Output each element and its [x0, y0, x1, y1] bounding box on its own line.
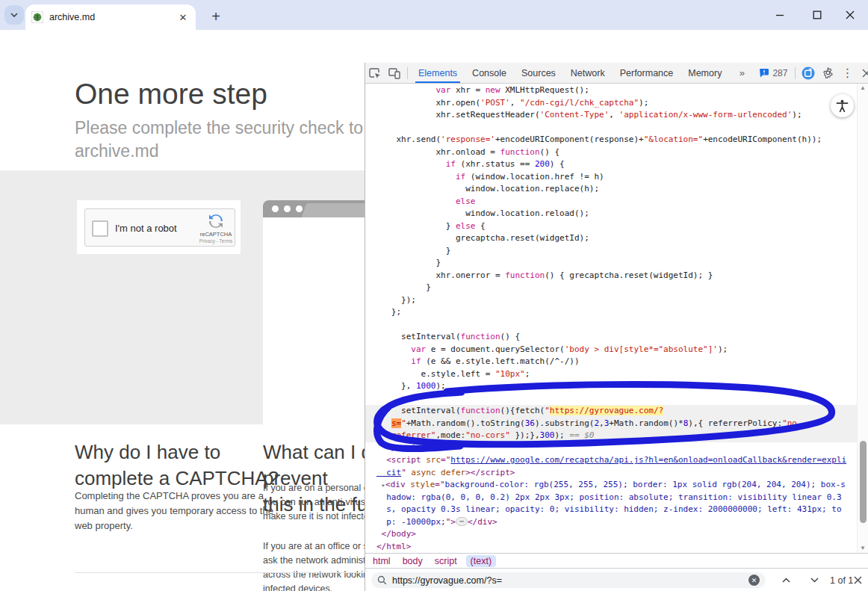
elements-tree[interactable]: var xhr = new XMLHttpRequest(); xhr.open… [365, 84, 857, 553]
text-line: Completing the CAPTCHA proves you are a [75, 489, 273, 504]
issues-count: 287 [772, 68, 787, 78]
browser-mockup-titlebar [263, 200, 375, 217]
code-line[interactable]: referrer",mode:"no-cors" });},300); == $… [365, 430, 857, 442]
code-line[interactable]: xhr.send('response='+encodeURIComponent(… [376, 134, 857, 146]
why-captcha-text: Completing the CAPTCHA proves you are ah… [75, 489, 273, 533]
clear-search-icon[interactable]: ✕ [748, 575, 760, 586]
extension-icon[interactable] [799, 64, 818, 83]
issues-bubble-icon [759, 68, 769, 78]
why-captcha-heading: Why do I have tocomplete a CAPTCHA? [75, 439, 279, 492]
code-line[interactable]: </script> [376, 442, 857, 455]
browser-mockup-body [263, 217, 375, 424]
devtools-menu-icon[interactable]: ⋮ [837, 64, 857, 83]
code-line[interactable]: var xhr = new XMLHttpRequest(); [376, 84, 857, 97]
breadcrumb-item[interactable]: (text) [466, 555, 496, 567]
window-minimize-button[interactable] [772, 7, 787, 22]
code-line[interactable]: if (e && e.style.left.match(/^-/)) [376, 356, 857, 368]
code-line[interactable]: if (xhr.status == 200) { [376, 158, 857, 171]
close-search-icon[interactable] [849, 572, 866, 588]
tab-strip: archive.md ✕ + [0, 0, 868, 30]
previous-match-button[interactable] [778, 572, 794, 588]
more-tabs-icon[interactable]: » [729, 64, 754, 83]
devtools-toolbar: ElementsConsoleSourcesNetworkPerformance… [365, 63, 868, 84]
code-line[interactable]: <script src="https://www.google.com/reca… [376, 454, 857, 467]
recaptcha-privacy-terms[interactable]: Privacy - Terms [199, 238, 233, 244]
devtools-tab-network[interactable]: Network [563, 63, 613, 83]
code-line[interactable]: else [376, 196, 857, 208]
devtools-tab-console[interactable]: Console [465, 63, 514, 83]
tab-title: archive.md [49, 12, 176, 22]
recaptcha-label: I'm not a robot [115, 223, 177, 234]
devtools-panel: ElementsConsoleSourcesNetworkPerformance… [365, 63, 868, 591]
devtools-tab-performance[interactable]: Performance [613, 63, 681, 83]
text-line: complete a CAPTCHA? [75, 465, 279, 492]
code-line[interactable] [376, 122, 857, 134]
code-line[interactable]: } [376, 245, 857, 258]
devtools-tab-elements[interactable]: Elements [411, 63, 465, 83]
code-line[interactable]: }); [376, 294, 857, 307]
devtools-tabs: ElementsConsoleSourcesNetworkPerformance… [411, 63, 729, 83]
code-line[interactable]: xhr.open('POST', "/cdn-cgi/l/chk_captcha… [376, 97, 857, 110]
scroll-up-arrow[interactable]: ▲ [858, 84, 868, 93]
settings-gear-icon[interactable] [818, 64, 837, 83]
code-line[interactable] [376, 319, 857, 332]
breadcrumb-item[interactable]: body [403, 556, 423, 566]
code-line[interactable]: setInterval(function(){fetch("https://gy… [365, 405, 857, 418]
mockup-dot [296, 205, 303, 212]
accessibility-overlay-button[interactable] [831, 94, 854, 117]
code-line[interactable]: xhr.setRequestHeader('Content-Type', 'ap… [376, 109, 857, 122]
issues-button[interactable]: 287 [754, 68, 792, 78]
code-line[interactable]: }, 1000); [376, 380, 857, 393]
code-line[interactable]: }; [376, 306, 857, 319]
breadcrumb-item[interactable]: html [373, 556, 391, 566]
code-line[interactable]: s, opacity 0.3s linear; opacity: 0; visi… [376, 504, 857, 516]
code-line[interactable]: } [376, 282, 857, 294]
code-line[interactable]: } [376, 257, 857, 270]
code-line[interactable]: s="+Math.random().toString(36).substring… [365, 418, 857, 430]
code-line[interactable]: </html> [376, 541, 857, 554]
new-tab-button[interactable]: + [206, 7, 226, 26]
code-line[interactable]: </body> [376, 528, 857, 541]
code-line[interactable]: cit" async defer></script> [376, 467, 857, 480]
search-input[interactable]: https://gyrovague.com/?s= ✕ [371, 572, 766, 588]
breadcrumb-item[interactable]: script [435, 556, 457, 566]
code-line[interactable]: e.style.left = "10px"; [376, 368, 857, 381]
code-line[interactable]: xhr.onerror = function() { grecaptcha.re… [376, 270, 857, 282]
code-line[interactable]: grecaptcha.reset(widgetId); [376, 232, 857, 245]
captcha-card: I'm not a robot reCAPTCHA Privacy - Term… [77, 200, 241, 254]
code-line[interactable]: if (window.location.href != h) [376, 171, 857, 184]
inspect-element-icon[interactable] [365, 64, 385, 83]
scrollbar-thumb[interactable] [860, 441, 867, 523]
code-line[interactable]: } else { [376, 220, 857, 233]
recaptcha-widget: I'm not a robot reCAPTCHA Privacy - Term… [84, 208, 235, 247]
code-line[interactable]: hadow: rgba(0, 0, 0, 0.2) 2px 2px 3px; p… [376, 492, 857, 504]
code-line[interactable] [376, 393, 857, 406]
scroll-down-arrow[interactable]: ▼ [858, 544, 868, 553]
browser-tab[interactable]: archive.md ✕ [25, 4, 196, 30]
recaptcha-logo-icon [207, 212, 225, 230]
text-line: web property. [75, 519, 273, 533]
code-line[interactable]: var e = document.querySelector('body > d… [376, 344, 857, 356]
code-line[interactable]: window.location.reload(); [376, 208, 857, 220]
chevron-down-icon [10, 13, 18, 17]
search-query[interactable]: https://gyrovague.com/?s= [392, 575, 743, 586]
tab-close-icon[interactable]: ✕ [176, 10, 190, 24]
devtools-search-bar: https://gyrovague.com/?s= ✕ 1 of 1 [365, 568, 868, 591]
recaptcha-brand-block: reCAPTCHA Privacy - Terms [199, 212, 233, 244]
code-line[interactable]: xhr.onload = function() { [376, 146, 857, 159]
text-line: Why do I have to [75, 439, 279, 465]
recaptcha-checkbox[interactable] [92, 220, 108, 237]
code-line[interactable]: ▸<div style="background-color: rgb(255, … [376, 479, 857, 492]
code-line[interactable]: p: -10000px;">⋯</div> [376, 516, 857, 529]
code-line[interactable]: window.location.replace(h); [376, 183, 857, 196]
devtools-close-icon[interactable] [857, 64, 868, 83]
tab-search-button[interactable] [4, 5, 24, 25]
next-match-button[interactable] [806, 572, 822, 588]
window-maximize-button[interactable] [810, 7, 825, 22]
devtools-tab-sources[interactable]: Sources [514, 63, 563, 83]
window-close-button[interactable] [843, 7, 858, 22]
code-line[interactable]: setInterval(function() { [376, 331, 857, 344]
device-toolbar-icon[interactable] [385, 64, 404, 83]
devtools-tab-memory[interactable]: Memory [681, 63, 729, 83]
devtools-scrollbar[interactable]: ▲ ▼ [857, 84, 868, 553]
